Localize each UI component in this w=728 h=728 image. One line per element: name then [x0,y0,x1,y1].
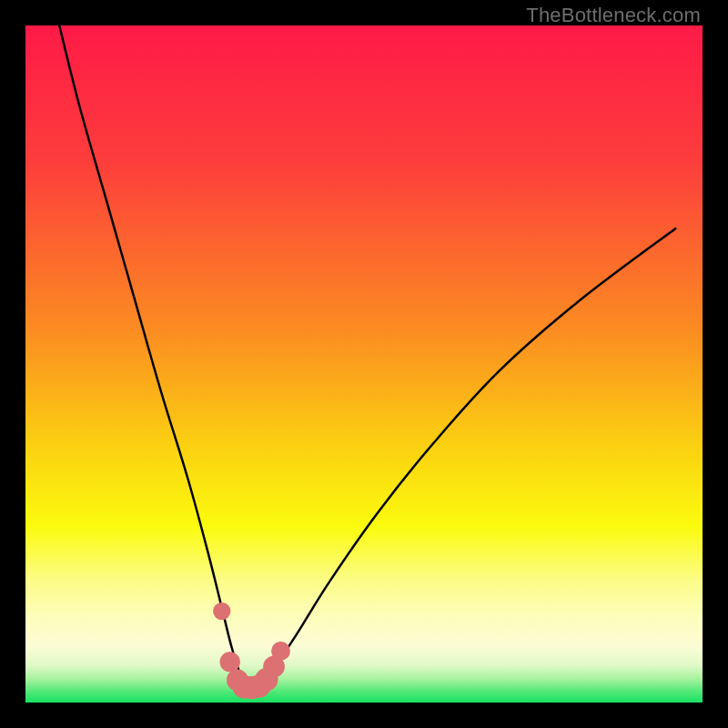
marker-group [213,602,290,699]
plot-area [25,25,703,703]
highlight-marker [220,652,240,672]
chart-svg [25,25,703,703]
highlight-marker [271,642,290,661]
outer-frame: TheBottleneck.com [0,0,728,728]
watermark-text: TheBottleneck.com [526,4,701,27]
bottleneck-curve [59,25,675,689]
highlight-marker [213,602,230,620]
